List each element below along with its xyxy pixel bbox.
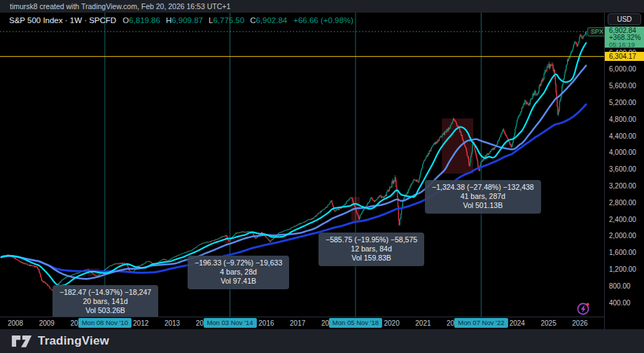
legend-l: L6,775.50 <box>209 16 244 25</box>
chart-canvas[interactable] <box>0 0 644 353</box>
moving-average-fast <box>1 43 586 286</box>
footer-bar: TradingView <box>0 329 644 353</box>
date-mark-chip[interactable]: Mon 05 Nov '18 <box>329 318 382 328</box>
lightning-icon <box>576 301 592 317</box>
price-tick: 2,000.00 <box>609 232 636 240</box>
up-candle-bodies <box>2 32 587 291</box>
price-tick: 6,000.00 <box>609 65 636 73</box>
boost-button[interactable] <box>576 301 592 317</box>
price-tick: 400.00 <box>609 299 631 307</box>
price-tick: 5,200.00 <box>609 99 636 106</box>
symbol-legend: S&P 500 Index · 1W · SPCFD O6,819.86H6,9… <box>9 15 354 25</box>
year-tick: 2024 <box>510 317 525 329</box>
bar-countdown: 05:16:19 <box>609 41 644 48</box>
price-tick: 5,600.00 <box>609 82 636 90</box>
attribution-text: timursk8 created with TradingView.com, F… <box>10 2 230 11</box>
attribution-bar: timursk8 created with TradingView.com, F… <box>0 0 644 13</box>
year-tick: 2025 <box>540 317 556 329</box>
tradingview-logo-icon[interactable] <box>11 334 32 348</box>
down-candle-wicks <box>1 34 584 291</box>
up-candle-wicks <box>2 31 587 291</box>
symbol-title[interactable]: S&P 500 Index · 1W · SPCFD <box>9 16 116 25</box>
date-mark-chip[interactable]: Mon 07 Nov '22 <box>454 318 507 328</box>
year-tick: 2016 <box>258 317 274 329</box>
price-tick: 2,400.00 <box>609 216 636 223</box>
down-candle-bodies <box>1 35 584 291</box>
year-tick: 2026 <box>572 317 587 329</box>
year-tick: 2020 <box>384 317 399 329</box>
date-mark-chip[interactable]: Mon 03 Nov '14 <box>203 318 256 328</box>
moving-average-mid <box>1 66 586 279</box>
price-tick: 4,800.00 <box>609 116 636 123</box>
price-axis[interactable]: USD 6,400.006,000.005,600.005,200.004,80… <box>604 0 644 329</box>
moving-average-slow <box>1 104 586 272</box>
price-tick: 4,000.00 <box>609 148 636 156</box>
currency-button[interactable]: USD <box>608 13 641 25</box>
tradingview-brand[interactable]: TradingView <box>38 334 109 348</box>
legend-h: H6,909.87 <box>166 16 203 25</box>
date-mark-chip[interactable]: Mon 08 Nov '10 <box>78 318 132 328</box>
price-tick: 2,800.00 <box>609 199 636 207</box>
tradingview-chart-window: timursk8 created with TradingView.com, F… <box>0 0 644 353</box>
year-tick: 2012 <box>133 317 148 329</box>
legend-o: O6,819.86 <box>122 16 160 25</box>
price-tick: 1,200.00 <box>609 265 636 273</box>
price-tick: 3,600.00 <box>609 165 636 173</box>
legend-c: C6,902.84 <box>250 16 287 25</box>
year-tick: 2009 <box>39 317 55 329</box>
legend-change: +66.66 (+0.98%) <box>293 16 354 25</box>
price-tick: 800.00 <box>609 282 631 290</box>
year-tick: 2021 <box>415 317 430 329</box>
year-tick: 2008 <box>8 317 23 329</box>
price-tick: 3,200.00 <box>609 182 636 190</box>
year-tick: 2013 <box>164 317 180 329</box>
year-tick: 2017 <box>290 317 305 329</box>
alert-price-label: 6,304.17 <box>605 52 644 61</box>
time-axis[interactable]: 2008200920102012201320142016201720182020… <box>0 317 604 329</box>
legend-ohlc-values: O6,819.86H6,909.87L6,775.50C6,902.84 <box>122 16 287 25</box>
price-tick: 1,600.00 <box>609 249 636 256</box>
last-price-label: 6,902.84 +368.32% 05:16:19 <box>605 27 644 48</box>
price-tick: 4,400.00 <box>609 132 636 140</box>
